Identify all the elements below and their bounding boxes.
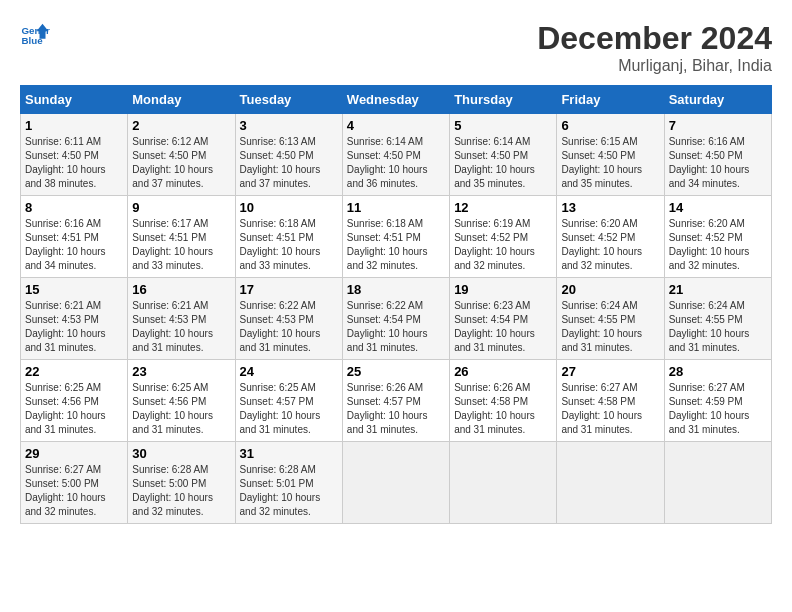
day-info: Sunrise: 6:26 AMSunset: 4:58 PMDaylight:… <box>454 381 552 437</box>
day-info: Sunrise: 6:23 AMSunset: 4:54 PMDaylight:… <box>454 299 552 355</box>
calendar-cell: 20 Sunrise: 6:24 AMSunset: 4:55 PMDaylig… <box>557 278 664 360</box>
day-info: Sunrise: 6:11 AMSunset: 4:50 PMDaylight:… <box>25 135 123 191</box>
day-info: Sunrise: 6:15 AMSunset: 4:50 PMDaylight:… <box>561 135 659 191</box>
day-number: 16 <box>132 282 230 297</box>
calendar-cell <box>664 442 771 524</box>
weekday-header-sunday: Sunday <box>21 86 128 114</box>
day-info: Sunrise: 6:22 AMSunset: 4:54 PMDaylight:… <box>347 299 445 355</box>
day-info: Sunrise: 6:18 AMSunset: 4:51 PMDaylight:… <box>240 217 338 273</box>
day-number: 9 <box>132 200 230 215</box>
day-number: 31 <box>240 446 338 461</box>
day-number: 24 <box>240 364 338 379</box>
calendar-cell: 24 Sunrise: 6:25 AMSunset: 4:57 PMDaylig… <box>235 360 342 442</box>
calendar-cell: 21 Sunrise: 6:24 AMSunset: 4:55 PMDaylig… <box>664 278 771 360</box>
month-year: December 2024 <box>537 20 772 57</box>
calendar-cell: 25 Sunrise: 6:26 AMSunset: 4:57 PMDaylig… <box>342 360 449 442</box>
day-number: 25 <box>347 364 445 379</box>
calendar-cell: 1 Sunrise: 6:11 AMSunset: 4:50 PMDayligh… <box>21 114 128 196</box>
calendar-cell: 27 Sunrise: 6:27 AMSunset: 4:58 PMDaylig… <box>557 360 664 442</box>
day-number: 28 <box>669 364 767 379</box>
day-info: Sunrise: 6:24 AMSunset: 4:55 PMDaylight:… <box>561 299 659 355</box>
calendar-cell: 8 Sunrise: 6:16 AMSunset: 4:51 PMDayligh… <box>21 196 128 278</box>
day-info: Sunrise: 6:16 AMSunset: 4:51 PMDaylight:… <box>25 217 123 273</box>
day-info: Sunrise: 6:24 AMSunset: 4:55 PMDaylight:… <box>669 299 767 355</box>
day-info: Sunrise: 6:14 AMSunset: 4:50 PMDaylight:… <box>347 135 445 191</box>
day-number: 18 <box>347 282 445 297</box>
day-number: 27 <box>561 364 659 379</box>
calendar-cell: 14 Sunrise: 6:20 AMSunset: 4:52 PMDaylig… <box>664 196 771 278</box>
calendar-cell: 2 Sunrise: 6:12 AMSunset: 4:50 PMDayligh… <box>128 114 235 196</box>
weekday-header-wednesday: Wednesday <box>342 86 449 114</box>
day-number: 2 <box>132 118 230 133</box>
day-info: Sunrise: 6:20 AMSunset: 4:52 PMDaylight:… <box>561 217 659 273</box>
day-number: 6 <box>561 118 659 133</box>
day-info: Sunrise: 6:27 AMSunset: 4:59 PMDaylight:… <box>669 381 767 437</box>
day-number: 3 <box>240 118 338 133</box>
day-info: Sunrise: 6:28 AMSunset: 5:01 PMDaylight:… <box>240 463 338 519</box>
day-info: Sunrise: 6:21 AMSunset: 4:53 PMDaylight:… <box>132 299 230 355</box>
header: General Blue December 2024 Murliganj, Bi… <box>20 20 772 75</box>
weekday-header-tuesday: Tuesday <box>235 86 342 114</box>
day-info: Sunrise: 6:27 AMSunset: 4:58 PMDaylight:… <box>561 381 659 437</box>
day-number: 26 <box>454 364 552 379</box>
day-number: 23 <box>132 364 230 379</box>
location: Murliganj, Bihar, India <box>537 57 772 75</box>
calendar-cell <box>342 442 449 524</box>
day-number: 1 <box>25 118 123 133</box>
day-info: Sunrise: 6:26 AMSunset: 4:57 PMDaylight:… <box>347 381 445 437</box>
logo-icon: General Blue <box>20 20 50 50</box>
day-number: 15 <box>25 282 123 297</box>
day-info: Sunrise: 6:22 AMSunset: 4:53 PMDaylight:… <box>240 299 338 355</box>
calendar-cell: 26 Sunrise: 6:26 AMSunset: 4:58 PMDaylig… <box>450 360 557 442</box>
day-number: 10 <box>240 200 338 215</box>
logo: General Blue <box>20 20 50 50</box>
calendar-cell: 12 Sunrise: 6:19 AMSunset: 4:52 PMDaylig… <box>450 196 557 278</box>
calendar-cell: 30 Sunrise: 6:28 AMSunset: 5:00 PMDaylig… <box>128 442 235 524</box>
day-info: Sunrise: 6:20 AMSunset: 4:52 PMDaylight:… <box>669 217 767 273</box>
weekday-header-saturday: Saturday <box>664 86 771 114</box>
day-info: Sunrise: 6:14 AMSunset: 4:50 PMDaylight:… <box>454 135 552 191</box>
day-number: 4 <box>347 118 445 133</box>
day-number: 22 <box>25 364 123 379</box>
day-info: Sunrise: 6:13 AMSunset: 4:50 PMDaylight:… <box>240 135 338 191</box>
calendar-week-5: 29 Sunrise: 6:27 AMSunset: 5:00 PMDaylig… <box>21 442 772 524</box>
day-info: Sunrise: 6:25 AMSunset: 4:56 PMDaylight:… <box>25 381 123 437</box>
calendar-cell: 10 Sunrise: 6:18 AMSunset: 4:51 PMDaylig… <box>235 196 342 278</box>
calendar-week-1: 1 Sunrise: 6:11 AMSunset: 4:50 PMDayligh… <box>21 114 772 196</box>
day-info: Sunrise: 6:25 AMSunset: 4:56 PMDaylight:… <box>132 381 230 437</box>
calendar-cell: 29 Sunrise: 6:27 AMSunset: 5:00 PMDaylig… <box>21 442 128 524</box>
calendar-cell: 31 Sunrise: 6:28 AMSunset: 5:01 PMDaylig… <box>235 442 342 524</box>
day-number: 17 <box>240 282 338 297</box>
calendar-cell: 19 Sunrise: 6:23 AMSunset: 4:54 PMDaylig… <box>450 278 557 360</box>
calendar-cell: 22 Sunrise: 6:25 AMSunset: 4:56 PMDaylig… <box>21 360 128 442</box>
day-info: Sunrise: 6:12 AMSunset: 4:50 PMDaylight:… <box>132 135 230 191</box>
calendar-cell: 11 Sunrise: 6:18 AMSunset: 4:51 PMDaylig… <box>342 196 449 278</box>
calendar-cell: 9 Sunrise: 6:17 AMSunset: 4:51 PMDayligh… <box>128 196 235 278</box>
day-number: 12 <box>454 200 552 215</box>
day-number: 21 <box>669 282 767 297</box>
day-info: Sunrise: 6:27 AMSunset: 5:00 PMDaylight:… <box>25 463 123 519</box>
calendar-cell: 17 Sunrise: 6:22 AMSunset: 4:53 PMDaylig… <box>235 278 342 360</box>
day-number: 13 <box>561 200 659 215</box>
day-number: 5 <box>454 118 552 133</box>
day-info: Sunrise: 6:25 AMSunset: 4:57 PMDaylight:… <box>240 381 338 437</box>
day-number: 11 <box>347 200 445 215</box>
day-info: Sunrise: 6:28 AMSunset: 5:00 PMDaylight:… <box>132 463 230 519</box>
calendar-cell: 4 Sunrise: 6:14 AMSunset: 4:50 PMDayligh… <box>342 114 449 196</box>
day-info: Sunrise: 6:16 AMSunset: 4:50 PMDaylight:… <box>669 135 767 191</box>
weekday-header-thursday: Thursday <box>450 86 557 114</box>
calendar-cell: 18 Sunrise: 6:22 AMSunset: 4:54 PMDaylig… <box>342 278 449 360</box>
weekday-header-friday: Friday <box>557 86 664 114</box>
calendar-week-4: 22 Sunrise: 6:25 AMSunset: 4:56 PMDaylig… <box>21 360 772 442</box>
weekday-header-monday: Monday <box>128 86 235 114</box>
title-area: December 2024 Murliganj, Bihar, India <box>537 20 772 75</box>
calendar-cell: 23 Sunrise: 6:25 AMSunset: 4:56 PMDaylig… <box>128 360 235 442</box>
calendar-cell: 3 Sunrise: 6:13 AMSunset: 4:50 PMDayligh… <box>235 114 342 196</box>
calendar-week-3: 15 Sunrise: 6:21 AMSunset: 4:53 PMDaylig… <box>21 278 772 360</box>
calendar-cell <box>450 442 557 524</box>
calendar-week-2: 8 Sunrise: 6:16 AMSunset: 4:51 PMDayligh… <box>21 196 772 278</box>
calendar-cell <box>557 442 664 524</box>
day-number: 29 <box>25 446 123 461</box>
calendar-table: SundayMondayTuesdayWednesdayThursdayFrid… <box>20 85 772 524</box>
calendar-cell: 16 Sunrise: 6:21 AMSunset: 4:53 PMDaylig… <box>128 278 235 360</box>
